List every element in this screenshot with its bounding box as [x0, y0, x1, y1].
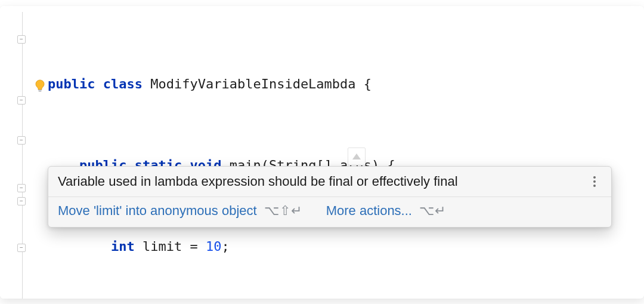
inspection-actions: Move 'limit' into anonymous object ⌥⇧↵ M… — [48, 197, 611, 227]
inspection-tooltip: Variable used in lambda expression shoul… — [48, 166, 612, 228]
inspection-message: Variable used in lambda expression shoul… — [58, 174, 587, 189]
quickfix-link[interactable]: Move 'limit' into anonymous object ⌥⇧↵ — [58, 203, 302, 219]
fold-toggle-icon[interactable] — [17, 197, 26, 205]
fold-toggle-icon[interactable] — [17, 244, 26, 252]
svg-rect-1 — [39, 91, 42, 91]
run-inlay-icon[interactable] — [348, 148, 366, 165]
more-actions-label: More actions... — [326, 203, 412, 219]
svg-rect-0 — [38, 90, 42, 91]
more-options-icon[interactable] — [587, 176, 602, 187]
fold-toggle-icon[interactable] — [17, 35, 26, 44]
editor-pane[interactable]: public class ModifyVariableInsideLambda … — [0, 6, 644, 299]
inspection-header: Variable used in lambda expression shoul… — [48, 167, 611, 197]
fold-toggle-icon[interactable] — [17, 96, 26, 105]
code-area[interactable]: public class ModifyVariableInsideLambda … — [36, 6, 644, 299]
shortcut-hint: ⌥⇧↵ — [264, 203, 302, 219]
shortcut-hint: ⌥↵ — [419, 203, 446, 219]
code-line: public class ModifyVariableInsideLambda … — [36, 74, 644, 94]
quickfix-label: Move 'limit' into anonymous object — [58, 203, 257, 219]
more-actions-link[interactable]: More actions... ⌥↵ — [326, 203, 446, 219]
fold-guide — [22, 12, 23, 299]
fold-toggle-icon[interactable] — [17, 184, 26, 192]
fold-toggle-icon[interactable] — [17, 136, 26, 145]
code-line: int limit = 10; — [36, 237, 644, 257]
gutter — [0, 6, 36, 299]
intention-bulb-icon[interactable] — [30, 77, 50, 95]
